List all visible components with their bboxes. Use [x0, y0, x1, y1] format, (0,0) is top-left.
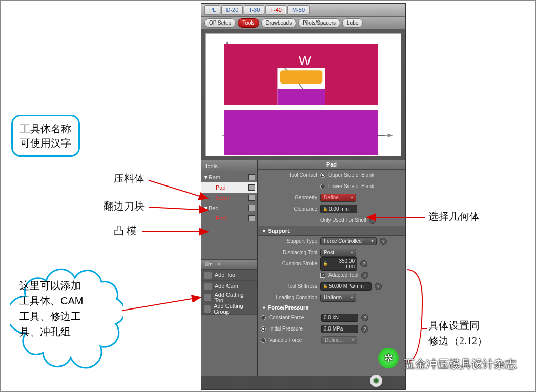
annot-cloud: 这里可以添加 工具体、CAM 工具、修边工 具、冲孔组 [10, 265, 123, 373]
tree-toolbar: ⊞▾ ✕ [201, 259, 257, 270]
constant-force-input[interactable]: 0.0 kN [321, 314, 358, 322]
svg-line-12 [149, 207, 208, 210]
menu-icon [204, 305, 211, 313]
radio-initial-pressure[interactable] [261, 326, 266, 332]
tree-item-bed[interactable]: ▼Bed [201, 203, 257, 213]
op-tabs: PLD-20T-30F-40M-50 [201, 4, 405, 17]
toolbar-tools[interactable]: Tools [238, 18, 259, 28]
menu-add-tool[interactable]: Add Tool [201, 270, 257, 281]
delete-icon[interactable]: ✕ [216, 261, 223, 268]
help-icon[interactable]: ? [369, 217, 376, 224]
tree-item-ram[interactable]: ▼Ram [201, 172, 257, 182]
annot-callout-1: 工具体名称 可使用汉字 [11, 115, 80, 157]
toolbar-lube[interactable]: Lube [342, 18, 363, 28]
help-icon[interactable]: ? [361, 325, 368, 333]
toolbar-pilotsspacers[interactable]: Pilots/Spacers [298, 18, 340, 28]
op-tab-M-50[interactable]: M-50 [287, 5, 310, 15]
help-icon[interactable]: ? [361, 272, 368, 279]
adapted-tool-check[interactable]: ✓ [320, 273, 325, 278]
svg-line-11 [149, 180, 208, 199]
menu-icon [204, 272, 212, 279]
tool-tree: Tools ▼RamPadSteel▼BedPost ⊞▾ ✕ Add Tool… [201, 160, 258, 376]
panel-title: Pad [258, 160, 405, 170]
tool-stiffness-input[interactable]: 🔒50.00 MPa/mm [320, 282, 372, 291]
menu-add-cam[interactable]: Add Cam [201, 281, 257, 292]
variable-force-define[interactable]: Define... [321, 336, 357, 344]
lock-icon: 🔒 [323, 207, 328, 211]
geometry-define-button[interactable]: Define... [320, 194, 356, 202]
menu-add-cutting-group[interactable]: Add Cutting Group [201, 303, 257, 315]
tree-item-steel[interactable]: Steel [201, 193, 257, 203]
op-tab-F-40[interactable]: F-40 [265, 5, 286, 15]
help-icon[interactable]: ? [375, 283, 382, 290]
lock-icon: 🔒 [323, 284, 328, 288]
wechat-icon: ✲ [378, 348, 399, 368]
op-tab-D-20[interactable]: D-20 [221, 5, 243, 15]
svg-rect-5 [224, 44, 277, 105]
annot-label-post: 凸 模 [114, 225, 137, 236]
displacing-tool-combo[interactable]: Post [320, 249, 356, 257]
wechat-icon-small: ✲ [370, 375, 382, 387]
only-shell-label: Only Used For Shell [320, 218, 366, 223]
radio-upper[interactable] [320, 173, 325, 178]
cushion-stroke-label: Cushion Stroke [261, 261, 317, 266]
help-icon[interactable]: ? [360, 260, 367, 267]
svg-line-14 [122, 297, 201, 311]
menu-add-cutting-tool[interactable]: Add Cutting Tool [201, 292, 257, 303]
radio-constant-force[interactable] [261, 315, 266, 320]
curve-plot: 0 W [205, 33, 401, 156]
radio-upper-label: Upper Side of Blank [328, 173, 374, 178]
die-schematic-icon: W [204, 36, 399, 158]
loading-condition-combo[interactable]: Uniform [320, 294, 356, 302]
svg-rect-6 [325, 44, 378, 105]
geometry-label: Geometry [261, 195, 317, 200]
radio-lower[interactable] [320, 184, 325, 189]
initial-pressure-label: Initial Pressure [269, 326, 318, 332]
add-context-menu: Add ToolAdd CamAdd Cutting ToolAdd Cutti… [201, 270, 257, 315]
svg-text:W: W [299, 53, 312, 68]
svg-rect-10 [224, 105, 378, 110]
toolbar-opsetup[interactable]: OP Setup [204, 18, 236, 28]
loading-condition-label: Loading Condition [261, 295, 317, 300]
support-section[interactable]: Support [258, 226, 405, 236]
tool-stiffness-label: Tool Stiffness [261, 284, 317, 289]
constant-force-label: Constant Force [269, 315, 318, 320]
radio-lower-label: Lower Side of Blank [328, 184, 374, 189]
tree-item-post[interactable]: Post [201, 213, 257, 223]
annot-label-settings: 具体设置同 修边（2.12） [428, 318, 487, 348]
op-tab-PL[interactable]: PL [204, 5, 220, 15]
toolbar: OP SetupToolsDrawbeadsPilots/SpacersLube [201, 17, 405, 29]
watermark: ✲ ✲ 五金冲压模具设计杂志 [378, 348, 517, 381]
tool-contact-label: Tool Contact [261, 173, 317, 178]
clearance-input[interactable]: 🔒0.00 mm [320, 205, 357, 213]
adapted-tool-label: Adapted Tool [328, 273, 358, 278]
force-section[interactable]: Force/Pressure [258, 303, 405, 312]
cushion-stroke-input[interactable]: 🔒350.00 mm [320, 257, 357, 271]
menu-icon [204, 283, 212, 290]
radio-variable-force[interactable] [261, 338, 266, 343]
annot-label-pad: 压料体 [114, 173, 145, 183]
properties-panel: Pad Tool Contact Upper Side of Blank Low… [258, 160, 405, 376]
menu-icon [204, 294, 211, 301]
initial-pressure-input[interactable]: 3.0 MPa [321, 325, 358, 333]
variable-force-label: Variable Force [269, 338, 318, 343]
add-menu-icon[interactable]: ⊞▾ [204, 261, 212, 268]
support-type-combo[interactable]: Force Controlled [320, 237, 377, 245]
help-icon[interactable]: ? [361, 314, 368, 321]
displacing-tool-label: Displacing Tool [261, 250, 317, 255]
app-panel: PLD-20T-30F-40M-50 OP SetupToolsDrawbead… [201, 3, 406, 390]
tree-header: Tools [201, 160, 257, 172]
toolbar-drawbeads[interactable]: Drawbeads [261, 18, 297, 28]
annot-label-geom: 选择几何体 [428, 211, 480, 221]
svg-rect-8 [280, 70, 323, 84]
annot-label-steel: 翻边刀块 [104, 201, 145, 211]
split-pane: Tools ▼RamPadSteel▼BedPost ⊞▾ ✕ Add Tool… [201, 160, 405, 376]
lock-icon: 🔒 [323, 262, 328, 266]
tree-item-pad[interactable]: Pad [201, 182, 257, 193]
support-type-label: Support Type [261, 239, 317, 244]
op-tab-T-30[interactable]: T-30 [244, 5, 264, 15]
help-icon[interactable]: ? [380, 238, 387, 245]
clearance-label: Clearance [261, 207, 317, 212]
